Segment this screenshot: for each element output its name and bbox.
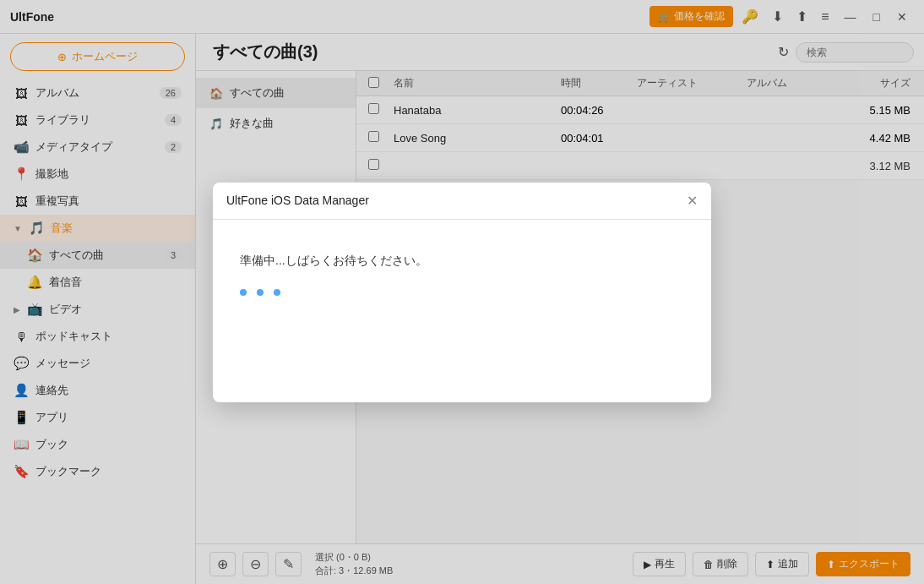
modal-body: 準備中...しばらくお待ちください。: [213, 220, 711, 402]
modal-message: 準備中...しばらくお待ちください。: [240, 254, 427, 269]
modal-close-button[interactable]: ✕: [687, 193, 698, 209]
modal-overlay: UltFone iOS Data Manager ✕ 準備中...しばらくお待ち…: [0, 0, 924, 584]
dot-1: [240, 289, 247, 296]
dot-2: [257, 289, 264, 296]
modal-header: UltFone iOS Data Manager ✕: [213, 183, 711, 220]
dot-3: [274, 289, 280, 296]
loading-dots: [240, 289, 280, 296]
modal-dialog: UltFone iOS Data Manager ✕ 準備中...しばらくお待ち…: [213, 183, 711, 402]
modal-title: UltFone iOS Data Manager: [226, 194, 369, 207]
